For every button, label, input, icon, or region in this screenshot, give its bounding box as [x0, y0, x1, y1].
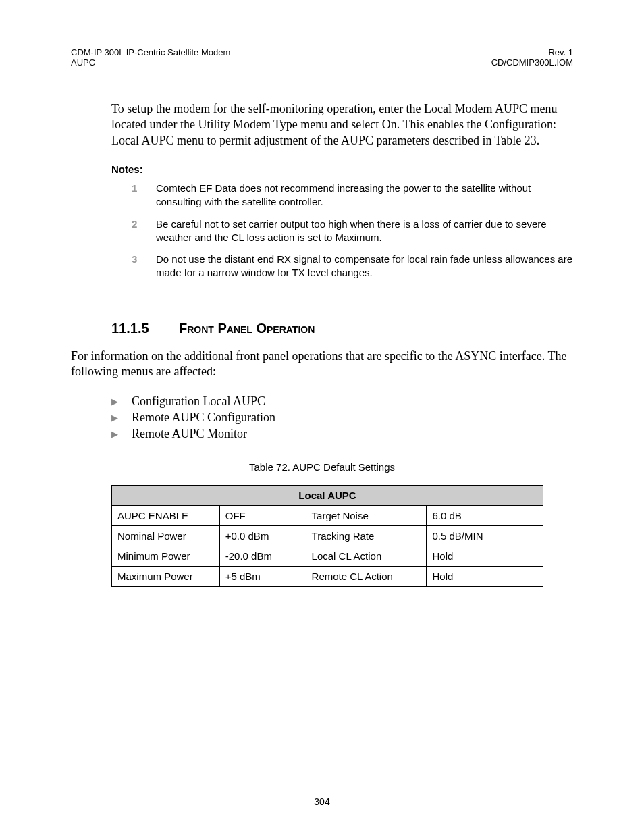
list-item-label: Remote AUPC Monitor	[132, 427, 247, 441]
table-row: Minimum Power -20.0 dBm Local CL Action …	[112, 546, 543, 567]
table-caption: Table 72. AUPC Default Settings	[71, 461, 573, 473]
section-heading: 11.1.5 Front Panel Operation	[111, 321, 573, 336]
page-header: CDM-IP 300L IP-Centric Satellite Modem A…	[71, 47, 573, 68]
triangle-right-icon: ▶	[111, 396, 132, 407]
table-row: Maximum Power +5 dBm Remote CL Action Ho…	[112, 567, 543, 587]
triangle-right-icon: ▶	[111, 413, 132, 423]
note-number: 1	[132, 182, 156, 209]
list-item-label: Configuration Local AUPC	[132, 394, 265, 409]
table-cell: -20.0 dBm	[219, 546, 306, 567]
table-cell: Local CL Action	[306, 546, 427, 567]
table-cell: Tracking Rate	[306, 526, 427, 546]
list-item-label: Remote AUPC Configuration	[132, 411, 275, 425]
list-item: ▶ Remote AUPC Configuration	[111, 411, 573, 425]
bullet-list: ▶ Configuration Local AUPC ▶ Remote AUPC…	[111, 394, 573, 441]
table-cell: Minimum Power	[112, 546, 220, 567]
section-number: 11.1.5	[111, 321, 179, 336]
list-item: ▶ Configuration Local AUPC	[111, 394, 573, 409]
note-number: 2	[132, 217, 156, 245]
table-cell: AUPC ENABLE	[112, 506, 220, 526]
header-right: Rev. 1 CD/CDMIP300L.IOM	[491, 47, 573, 68]
section-title: Front Panel Operation	[179, 321, 315, 336]
note-item: 2 Be careful not to set carrier output t…	[132, 217, 573, 245]
table-cell: Hold	[427, 567, 543, 587]
table-cell: Maximum Power	[112, 567, 220, 587]
note-item: 3 Do not use the distant end RX signal t…	[132, 253, 573, 280]
table-row: Nominal Power +0.0 dBm Tracking Rate 0.5…	[112, 526, 543, 546]
note-item: 1 Comtech EF Data does not recommend inc…	[132, 182, 573, 209]
table-cell: OFF	[219, 506, 306, 526]
table-cell: Hold	[427, 546, 543, 567]
header-doc: CD/CDMIP300L.IOM	[491, 57, 573, 68]
intro-paragraph: To setup the modem for the self-monitori…	[111, 101, 573, 149]
table-cell: 6.0 dB	[427, 506, 543, 526]
table-cell: Target Noise	[306, 506, 427, 526]
table-cell: +0.0 dBm	[219, 526, 306, 546]
table-cell: +5 dBm	[219, 567, 306, 587]
table-header: Local AUPC	[112, 486, 543, 506]
aupc-settings-table: Local AUPC AUPC ENABLE OFF Target Noise …	[111, 485, 543, 587]
header-left: CDM-IP 300L IP-Centric Satellite Modem A…	[71, 47, 230, 68]
note-number: 3	[132, 253, 156, 280]
header-section: AUPC	[71, 57, 230, 68]
table-row: AUPC ENABLE OFF Target Noise 6.0 dB	[112, 506, 543, 526]
triangle-right-icon: ▶	[111, 429, 132, 440]
table-cell: Nominal Power	[112, 526, 220, 546]
header-rev: Rev. 1	[491, 47, 573, 57]
note-text: Comtech EF Data does not recommend incre…	[156, 182, 573, 209]
table-cell: 0.5 dB/MIN	[427, 526, 543, 546]
notes-label: Notes:	[111, 163, 573, 175]
note-text: Do not use the distant end RX signal to …	[156, 253, 573, 280]
table-cell: Remote CL Action	[306, 567, 427, 587]
note-text: Be careful not to set carrier output too…	[156, 217, 573, 245]
page-number: 304	[0, 796, 644, 807]
header-product: CDM-IP 300L IP-Centric Satellite Modem	[71, 47, 230, 57]
list-item: ▶ Remote AUPC Monitor	[111, 427, 573, 441]
body-paragraph: For information on the additional front …	[71, 348, 573, 380]
